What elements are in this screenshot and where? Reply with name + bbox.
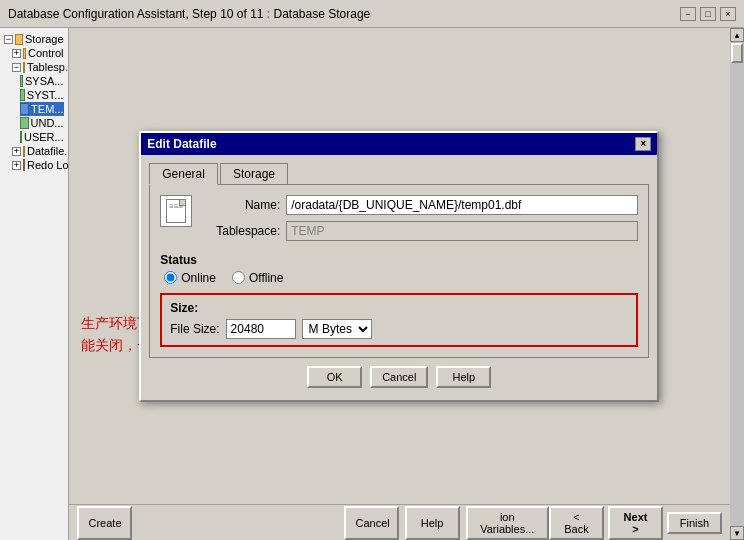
tab-general[interactable]: General — [149, 163, 218, 185]
undotbs-table-icon — [20, 117, 29, 129]
temp-table-icon — [20, 103, 29, 115]
name-fields: Name: Tablespace: — [200, 195, 638, 247]
name-label: Name: — [200, 198, 280, 212]
modal-buttons: OK Cancel Help — [149, 358, 649, 392]
modal-title-bar: Edit Datafile × — [141, 133, 657, 155]
right-area: 生产环境下所有系统表空间默认大小都设为20G，自动扩展功能关闭，一个文件不够可以… — [69, 28, 745, 540]
modal-close-button[interactable]: × — [635, 137, 651, 151]
right-scrollbar: ▲ ▼ — [730, 28, 744, 540]
scroll-up-arrow[interactable]: ▲ — [730, 28, 744, 42]
tab-storage[interactable]: Storage — [220, 163, 288, 184]
tree-item-redologs[interactable]: + Redo Lo... — [12, 158, 64, 172]
modal-cancel-button[interactable]: Cancel — [370, 366, 428, 388]
users-table-icon — [20, 131, 22, 143]
create-button[interactable]: Create — [77, 506, 132, 540]
tree-item-system[interactable]: SYST... — [20, 88, 64, 102]
tree-item-datafiles[interactable]: + Datafile... — [12, 144, 64, 158]
expand-storage-icon[interactable]: − — [4, 35, 13, 44]
storage-folder-icon — [15, 34, 23, 45]
bottom-right-buttons: < Back Next > Finish — [549, 506, 722, 540]
offline-label: Offline — [249, 271, 283, 285]
file-size-input[interactable] — [226, 319, 296, 339]
online-radio-option[interactable]: Online — [164, 271, 216, 285]
main-content: − Storage + Control − Tablesp... SYSA...… — [0, 28, 744, 540]
redo-logs-icon — [23, 159, 25, 171]
datafiles-folder-icon — [23, 146, 25, 157]
online-radio[interactable] — [164, 271, 177, 284]
scroll-down-arrow[interactable]: ▼ — [730, 526, 744, 540]
name-input[interactable] — [286, 195, 638, 215]
offline-radio[interactable] — [232, 271, 245, 284]
finish-button[interactable]: Finish — [667, 512, 722, 534]
tree-item-sysaux[interactable]: SYSA... — [20, 74, 64, 88]
size-section-label: Size: — [170, 301, 628, 315]
tree-item-storage[interactable]: − Storage — [4, 32, 64, 46]
online-label: Online — [181, 271, 216, 285]
cancel-button[interactable]: Cancel — [344, 506, 399, 540]
tablespace-folder-icon — [23, 62, 25, 73]
offline-radio-option[interactable]: Offline — [232, 271, 283, 285]
status-radio-group: Online Offline — [164, 271, 638, 285]
tablespace-label: Tablespace: — [200, 224, 280, 238]
size-unit-select[interactable]: K Bytes M Bytes G Bytes — [302, 319, 372, 339]
expand-control-icon[interactable]: + — [12, 49, 21, 58]
system-table-icon — [20, 89, 25, 101]
scroll-track — [730, 42, 744, 526]
tree-item-controlfile[interactable]: + Control — [12, 46, 64, 60]
name-field-row: Name: — [200, 195, 638, 215]
expand-redo-icon[interactable]: + — [12, 161, 21, 170]
size-section: Size: File Size: K Bytes M Bytes G Bytes — [160, 293, 638, 347]
window-close-button[interactable]: × — [720, 7, 736, 21]
tree-panel: − Storage + Control − Tablesp... SYSA...… — [0, 28, 69, 540]
help-button[interactable]: Help — [405, 506, 460, 540]
edit-datafile-dialog: Edit Datafile × General Storage — [139, 131, 659, 402]
file-icon-corner — [179, 200, 185, 206]
size-row: File Size: K Bytes M Bytes G Bytes — [170, 319, 628, 339]
right-panel: 生产环境下所有系统表空间默认大小都设为20G，自动扩展功能关闭，一个文件不够可以… — [69, 28, 731, 540]
sysaux-table-icon — [20, 75, 23, 87]
back-button[interactable]: < Back — [549, 506, 604, 540]
file-icon-inner: ≡≡≡ — [166, 199, 186, 223]
tablespace-field-row: Tablespace: — [200, 221, 638, 241]
next-button[interactable]: Next > — [608, 506, 663, 540]
tab-content-general: ≡≡≡ Name: T — [149, 184, 649, 358]
tree-item-temp[interactable]: TEM... — [20, 102, 64, 116]
scroll-thumb[interactable] — [731, 43, 743, 63]
minimize-button[interactable]: − — [680, 7, 696, 21]
bottom-left-buttons: Create Cancel Help ion Variables... — [77, 506, 550, 540]
title-bar-buttons: − □ × — [680, 7, 736, 21]
tree-item-users[interactable]: USER... — [20, 130, 64, 144]
ion-variables-button[interactable]: ion Variables... — [466, 506, 550, 540]
tablespace-input — [286, 221, 638, 241]
status-section: Status Online Offline — [160, 253, 638, 285]
title-bar-text: Database Configuration Assistant, Step 1… — [8, 7, 370, 21]
name-row: ≡≡≡ Name: T — [160, 195, 638, 247]
ok-button[interactable]: OK — [307, 366, 362, 388]
tab-bar: General Storage — [149, 163, 649, 184]
title-bar: Database Configuration Assistant, Step 1… — [0, 0, 744, 28]
modal-overlay: Edit Datafile × General Storage — [69, 28, 731, 504]
status-label: Status — [160, 253, 638, 267]
file-icon: ≡≡≡ — [160, 195, 192, 227]
expand-datafiles-icon[interactable]: + — [12, 147, 21, 156]
maximize-button[interactable]: □ — [700, 7, 716, 21]
bottom-bar: Create Cancel Help ion Variables... < Ba… — [69, 504, 731, 540]
file-size-label: File Size: — [170, 322, 219, 336]
modal-body: General Storage ≡≡≡ — [141, 155, 657, 400]
tree-item-undotbs[interactable]: UND... — [20, 116, 64, 130]
modal-title: Edit Datafile — [147, 137, 216, 151]
modal-help-button[interactable]: Help — [436, 366, 491, 388]
expand-tablespace-icon[interactable]: − — [12, 63, 21, 72]
right-content: 生产环境下所有系统表空间默认大小都设为20G，自动扩展功能关闭，一个文件不够可以… — [69, 28, 731, 504]
control-folder-icon — [23, 48, 26, 59]
tree-item-tablespaces[interactable]: − Tablesp... — [12, 60, 64, 74]
